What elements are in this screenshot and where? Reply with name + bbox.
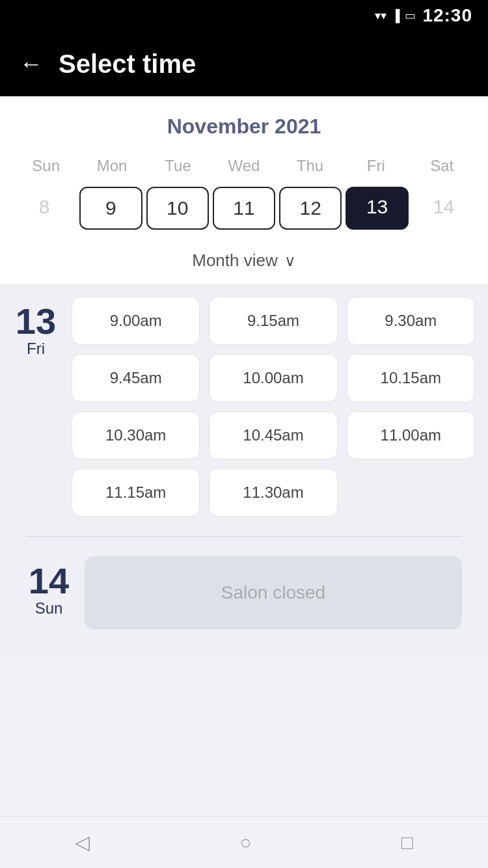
- time-slot[interactable]: 9.30am: [347, 297, 475, 345]
- date-cell[interactable]: 9: [79, 187, 142, 230]
- day-label: 13Fri: [13, 297, 59, 517]
- status-icons: ▾▾ ▐ ▭: [375, 8, 416, 23]
- day-name: Fri: [27, 340, 45, 358]
- calendar-section: November 2021 SunMonTueWedThuFriSat 8910…: [0, 96, 488, 284]
- time-slot[interactable]: 10.00am: [209, 354, 337, 402]
- weekdays-row: SunMonTueWedThuFriSat: [13, 152, 475, 180]
- nav-home-button[interactable]: ○: [239, 832, 251, 854]
- time-slot[interactable]: 9.15am: [209, 297, 337, 345]
- status-bar: ▾▾ ▐ ▭ 12:30: [0, 0, 488, 31]
- date-cell[interactable]: 12: [279, 187, 342, 230]
- time-slot[interactable]: 11.15am: [72, 468, 200, 517]
- month-view-toggle[interactable]: Month view ∨: [13, 240, 475, 284]
- month-label: November 2021: [13, 115, 475, 139]
- time-slot[interactable]: 9.00am: [72, 297, 200, 345]
- time-slot[interactable]: 9.45am: [72, 354, 200, 402]
- day-name: Sun: [35, 599, 63, 617]
- time-slot[interactable]: 10.15am: [347, 354, 475, 402]
- month-view-label: Month view: [192, 251, 278, 271]
- chevron-down-icon: ∨: [284, 252, 296, 270]
- slots-grid: 9.00am9.15am9.30am9.45am10.00am10.15am10…: [72, 297, 475, 517]
- page-title: Select time: [59, 49, 196, 79]
- weekday-label: Wed: [211, 152, 277, 180]
- wifi-icon: ▾▾: [375, 8, 386, 23]
- nav-back-button[interactable]: ◁: [75, 831, 90, 854]
- weekday-label: Thu: [277, 152, 343, 180]
- date-cell[interactable]: 13: [346, 187, 408, 230]
- bottom-nav: ◁ ○ □: [0, 816, 488, 868]
- weekday-label: Sat: [409, 152, 475, 180]
- time-slot[interactable]: 11.00am: [347, 411, 475, 459]
- signal-icon: ▐: [392, 9, 400, 23]
- back-button[interactable]: ←: [20, 52, 43, 75]
- date-cell[interactable]: 14: [413, 187, 475, 230]
- date-cell[interactable]: 10: [146, 187, 209, 230]
- time-slot[interactable]: 10.30am: [72, 411, 200, 459]
- weekday-label: Tue: [145, 152, 211, 180]
- day-number: 14: [29, 563, 69, 599]
- date-cell[interactable]: 11: [213, 187, 275, 230]
- date-cell[interactable]: 8: [13, 187, 75, 230]
- weekday-label: Mon: [79, 152, 144, 180]
- app-header: ← Select time: [0, 31, 488, 96]
- status-time: 12:30: [422, 5, 472, 26]
- section-divider: [26, 536, 462, 537]
- day-section: 13Fri9.00am9.15am9.30am9.45am10.00am10.1…: [13, 297, 475, 517]
- nav-recent-button[interactable]: □: [401, 832, 413, 854]
- dates-row[interactable]: 891011121314: [13, 187, 475, 240]
- time-slots-section: 13Fri9.00am9.15am9.30am9.45am10.00am10.1…: [0, 284, 488, 662]
- time-slot[interactable]: 10.45am: [209, 411, 337, 459]
- day-number: 13: [16, 303, 56, 340]
- day-label: 14Sun: [26, 556, 72, 629]
- salon-closed-banner: Salon closed: [85, 556, 462, 629]
- weekday-label: Fri: [343, 152, 409, 180]
- time-slot[interactable]: 11.30am: [209, 468, 337, 517]
- salon-closed-section: 14SunSalon closed: [13, 556, 475, 649]
- battery-icon: ▭: [405, 8, 416, 23]
- weekday-label: Sun: [13, 152, 79, 180]
